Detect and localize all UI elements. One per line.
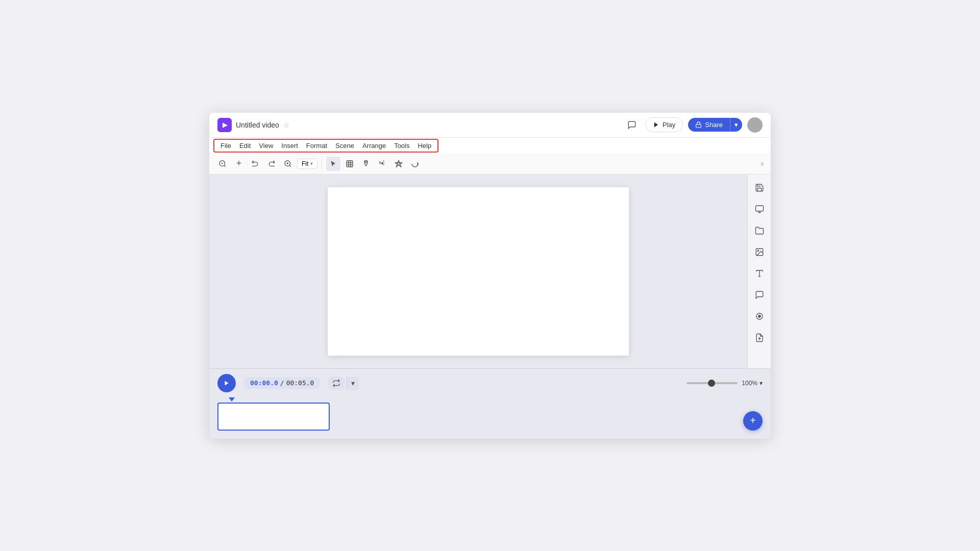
redo-button[interactable]	[264, 157, 279, 171]
sidebar-media-icon[interactable]	[751, 201, 768, 217]
sidebar-comment-icon[interactable]	[751, 287, 768, 303]
menu-file[interactable]: File	[216, 140, 235, 152]
svg-rect-1	[696, 124, 701, 128]
svg-marker-26	[225, 381, 229, 385]
title-bar: ▶ Untitled video ☆ Play Share ▾	[209, 113, 771, 138]
toolbar-collapse-button[interactable]: ∧	[760, 160, 765, 167]
time-display: 00:00.0 / 00:05.0	[244, 377, 320, 389]
timeline-playhead	[229, 397, 235, 402]
shape-tool-button[interactable]	[391, 157, 406, 171]
current-time: 00:00.0	[250, 379, 278, 387]
toolbar: + Fit ▾	[209, 154, 771, 174]
svg-rect-9	[347, 161, 353, 167]
play-button[interactable]: Play	[645, 117, 683, 132]
app-logo: ▶	[217, 118, 232, 132]
menu-tools[interactable]: Tools	[390, 140, 413, 152]
sidebar-folder-icon[interactable]	[751, 222, 768, 239]
sidebar-export-icon[interactable]	[751, 330, 768, 346]
menu-bar: File Edit View Insert Format Scene Arran…	[213, 139, 438, 153]
right-sidebar	[747, 174, 771, 368]
menu-insert[interactable]: Insert	[277, 140, 302, 152]
draw-tool-button[interactable]	[359, 157, 373, 171]
comment-button[interactable]	[624, 117, 640, 133]
timeline-track-area: +	[209, 397, 771, 439]
add-scene-button[interactable]: +	[743, 411, 763, 431]
avatar[interactable]	[747, 117, 763, 133]
timeline-play-button[interactable]	[217, 374, 236, 392]
menu-help[interactable]: Help	[413, 140, 435, 152]
svg-rect-16	[755, 206, 763, 211]
loop-button[interactable]	[328, 377, 345, 390]
svg-marker-15	[396, 160, 402, 167]
select-tool-button[interactable]	[326, 157, 340, 171]
magic-tool-button[interactable]	[375, 157, 389, 171]
sidebar-save-icon[interactable]	[751, 180, 768, 196]
menu-bar-wrapper: File Edit View Insert Format Scene Arran…	[209, 138, 771, 174]
speed-handle[interactable]	[708, 380, 715, 387]
svg-marker-0	[654, 122, 658, 128]
speed-slider[interactable]	[687, 382, 738, 384]
sidebar-image-icon[interactable]	[751, 244, 768, 260]
timeline-options: ▾	[328, 377, 359, 390]
menu-edit[interactable]: Edit	[235, 140, 255, 152]
menu-format[interactable]: Format	[302, 140, 331, 152]
menu-view[interactable]: View	[255, 140, 277, 152]
canvas[interactable]	[328, 187, 629, 356]
svg-line-6	[289, 165, 291, 167]
favorite-icon[interactable]: ☆	[283, 121, 290, 129]
menu-arrange[interactable]: Arrange	[358, 140, 390, 152]
svg-point-24	[758, 315, 761, 317]
timeline: 00:00.0 / 00:05.0 ▾ 100% ▾	[209, 368, 771, 439]
curve-tool-button[interactable]	[408, 157, 422, 171]
timeline-track[interactable]	[217, 403, 330, 431]
timeline-controls: 00:00.0 / 00:05.0 ▾ 100% ▾	[209, 369, 771, 397]
undo-button[interactable]	[248, 157, 262, 171]
sidebar-record-icon[interactable]	[751, 308, 768, 324]
zoom-out-button[interactable]	[215, 157, 230, 171]
sidebar-text-icon[interactable]	[751, 265, 768, 282]
timeline-dropdown-button[interactable]: ▾	[347, 377, 359, 390]
share-button[interactable]: Share	[688, 118, 730, 132]
add-button[interactable]: +	[232, 157, 246, 171]
main-area	[209, 174, 771, 368]
speed-label: 100% ▾	[742, 380, 763, 387]
frame-tool-button[interactable]	[342, 157, 357, 171]
share-dropdown-button[interactable]: ▾	[730, 118, 742, 132]
svg-line-3	[224, 165, 226, 167]
total-time: 00:05.0	[286, 379, 314, 387]
svg-point-20	[757, 250, 758, 251]
svg-point-14	[365, 161, 367, 163]
menu-scene[interactable]: Scene	[331, 140, 358, 152]
speed-controls: 100% ▾	[687, 380, 763, 387]
zoom-fit-button[interactable]	[281, 157, 295, 171]
zoom-select[interactable]: Fit ▾	[297, 159, 317, 169]
canvas-area[interactable]	[209, 174, 747, 368]
app-title: Untitled video	[236, 121, 279, 129]
